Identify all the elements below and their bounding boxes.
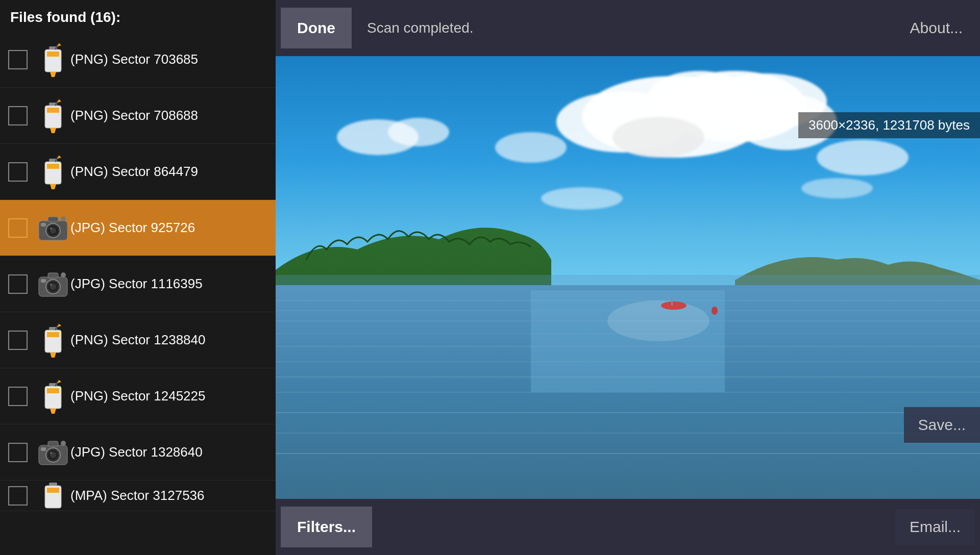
left-panel: Files found (16): (PNG) Sector 703685 <box>0 0 276 555</box>
list-item[interactable]: (PNG) Sector 1245225 <box>0 368 276 424</box>
filters-button[interactable]: Filters... <box>281 507 372 547</box>
list-item[interactable]: (PNG) Sector 703685 <box>0 32 276 88</box>
svg-point-73 <box>817 140 909 175</box>
svg-rect-27 <box>41 223 46 226</box>
svg-point-74 <box>541 187 623 210</box>
list-item[interactable]: (MPA) Sector 3127536 <box>0 481 276 511</box>
gimp-icon <box>36 155 70 189</box>
image-dimensions: 3600×2336, 1231708 bytes <box>808 117 970 133</box>
svg-marker-18 <box>50 184 56 189</box>
email-button[interactable]: Email... <box>895 509 975 545</box>
svg-rect-56 <box>48 441 58 446</box>
list-item-selected[interactable]: (JPG) Sector 925726 <box>0 200 276 256</box>
file-checkbox[interactable] <box>8 331 28 350</box>
list-item[interactable]: (JPG) Sector 1328640 <box>0 424 276 481</box>
file-checkbox[interactable] <box>8 218 28 238</box>
gimp-icon <box>36 379 70 414</box>
file-checkbox[interactable] <box>8 274 28 294</box>
file-checkbox[interactable] <box>8 162 28 182</box>
save-button[interactable]: Save... <box>904 407 980 443</box>
camera-icon <box>36 267 70 301</box>
list-item[interactable]: (PNG) Sector 864479 <box>0 144 276 200</box>
scan-status: Scan completed. <box>367 20 898 36</box>
svg-point-89 <box>607 300 709 341</box>
file-name: (PNG) Sector 1245225 <box>70 388 205 404</box>
svg-rect-57 <box>41 447 46 451</box>
done-button[interactable]: Done <box>281 8 352 48</box>
svg-point-33 <box>50 284 52 286</box>
file-checkbox[interactable] <box>8 106 28 125</box>
svg-point-90 <box>661 301 687 310</box>
svg-rect-61 <box>47 488 59 493</box>
svg-point-28 <box>61 216 66 221</box>
file-checkbox[interactable] <box>8 486 28 506</box>
list-item[interactable]: (JPG) Sector 1116395 <box>0 256 276 312</box>
file-name: (JPG) Sector 1116395 <box>70 276 203 292</box>
svg-rect-16 <box>47 164 59 169</box>
svg-point-69 <box>612 117 704 158</box>
svg-point-72 <box>495 132 567 163</box>
camera-icon <box>36 211 70 245</box>
gimp-icon <box>36 481 70 511</box>
svg-rect-26 <box>48 217 58 222</box>
svg-marker-11 <box>50 128 56 133</box>
svg-marker-41 <box>50 352 56 358</box>
svg-rect-35 <box>41 279 46 283</box>
files-header: Files found (16): <box>0 0 276 32</box>
svg-rect-59 <box>49 483 57 486</box>
preview-area: 3600×2336, 1231708 bytes <box>276 56 980 499</box>
files-count-label: Files found (16): <box>10 9 120 25</box>
file-name: (JPG) Sector 1328640 <box>70 444 203 460</box>
gimp-icon <box>36 323 70 358</box>
about-button[interactable]: About... <box>898 11 975 45</box>
list-item[interactable]: (PNG) Sector 708688 <box>0 88 276 144</box>
file-checkbox[interactable] <box>8 443 28 462</box>
file-name: (PNG) Sector 708688 <box>70 108 198 123</box>
svg-marker-48 <box>50 409 56 414</box>
svg-rect-91 <box>671 299 673 306</box>
toolbar: Done Scan completed. About... <box>276 0 980 56</box>
file-name: (MPA) Sector 3127536 <box>70 488 205 503</box>
bottom-toolbar: Filters... Email... <box>276 499 980 555</box>
image-info-bar: 3600×2336, 1231708 bytes <box>798 112 980 138</box>
list-item[interactable]: (PNG) Sector 1238840 <box>0 312 276 368</box>
file-checkbox[interactable] <box>8 387 28 406</box>
action-buttons: Save... <box>904 407 980 443</box>
svg-point-71 <box>388 118 449 146</box>
gimp-icon <box>36 98 70 133</box>
svg-rect-2 <box>47 52 59 57</box>
svg-rect-93 <box>276 275 980 288</box>
gimp-icon <box>36 42 70 77</box>
file-name: (PNG) Sector 864479 <box>70 164 198 180</box>
svg-point-36 <box>61 272 66 278</box>
file-list: (PNG) Sector 703685 (PNG) Sector 708688 <box>0 32 276 555</box>
svg-rect-34 <box>48 273 58 278</box>
svg-rect-46 <box>47 388 59 393</box>
svg-rect-9 <box>47 108 59 113</box>
svg-point-75 <box>801 178 873 198</box>
file-checkbox[interactable] <box>8 50 28 69</box>
svg-marker-4 <box>50 72 56 77</box>
file-name: (PNG) Sector 703685 <box>70 52 198 67</box>
file-name: (PNG) Sector 1238840 <box>70 332 205 348</box>
svg-rect-39 <box>47 332 59 337</box>
svg-point-92 <box>712 307 718 315</box>
file-name: (JPG) Sector 925726 <box>70 220 195 236</box>
right-panel: Done Scan completed. About... 3600×2336,… <box>276 0 980 555</box>
svg-point-58 <box>61 441 66 446</box>
svg-point-55 <box>50 452 52 454</box>
svg-point-25 <box>50 228 52 230</box>
camera-icon <box>36 435 70 470</box>
